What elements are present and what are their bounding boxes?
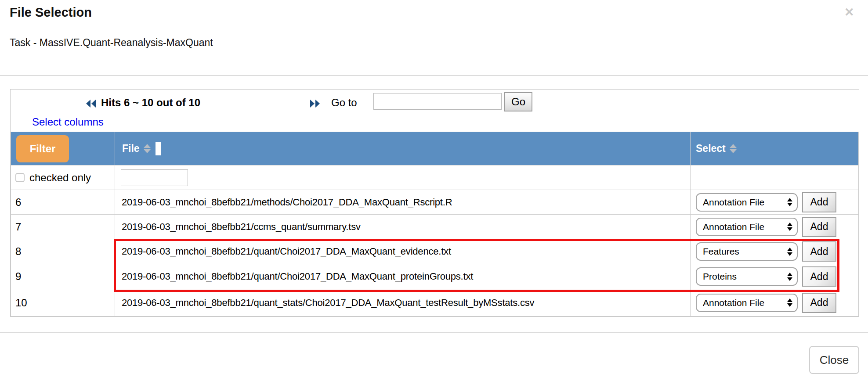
file-selection-dialog: File Selection ✕ Task - MassIVE.Quant-Re… [0, 0, 868, 381]
file-type-select[interactable]: Annotation File [696, 218, 798, 236]
row-index: 9 [11, 270, 21, 282]
file-table-panel: Hits 6 ~ 10 out of 10 Go to Go Select co… [10, 89, 859, 317]
hits-text: Hits 6 ~ 10 out of 10 [101, 97, 200, 109]
goto-label: Go to [331, 97, 357, 109]
checked-only-label: checked only [29, 172, 91, 184]
row-index: 8 [11, 245, 21, 257]
add-button[interactable]: Add [802, 266, 836, 287]
file-path: 2019-06-03_mnchoi_8befbb21/quant/Choi201… [115, 246, 451, 257]
page-title: File Selection [10, 5, 92, 20]
table-row-highlighted: 8 2019-06-03_mnchoi_8befbb21/quant/Choi2… [11, 239, 859, 264]
sort-file-icon[interactable] [144, 144, 151, 153]
filter-row: checked only [11, 165, 859, 190]
column-cursor-bar [156, 142, 161, 155]
file-type-select[interactable]: Annotation File [696, 193, 798, 212]
task-label: Task - MassIVE.Quant-Reanalysis-MaxQuant [10, 37, 213, 49]
add-button[interactable]: Add [802, 192, 836, 212]
file-path: 2019-06-03_mnchoi_8befbb21/methods/Choi2… [115, 197, 452, 208]
file-table: Filter File Select [11, 132, 859, 316]
go-button[interactable]: Go [504, 92, 532, 111]
sort-select-icon[interactable] [730, 144, 737, 153]
add-button[interactable]: Add [802, 293, 836, 313]
select-columns-link[interactable]: Select columns [32, 116, 104, 128]
table-row-highlighted: 9 2019-06-03_mnchoi_8befbb21/quant/Choi2… [11, 264, 859, 289]
close-button[interactable]: Close [809, 346, 859, 374]
bottom-divider [0, 332, 868, 333]
close-icon[interactable]: ✕ [844, 5, 854, 19]
select-updown-icon [787, 198, 792, 206]
row-index: 7 [11, 221, 21, 233]
select-column-header[interactable]: Select [696, 143, 726, 155]
table-row: 6 2019-06-03_mnchoi_8befbb21/methods/Cho… [11, 190, 859, 215]
next-page-icon[interactable] [309, 99, 321, 108]
previous-page-icon[interactable] [85, 99, 97, 108]
select-updown-icon [787, 248, 792, 256]
file-column-header[interactable]: File [122, 143, 140, 155]
table-row: 10 2019-06-03_mnchoi_8befbb21/quant_stat… [11, 289, 859, 316]
file-path: 2019-06-03_mnchoi_8befbb21/ccms_quant/su… [115, 221, 361, 232]
row-index: 10 [11, 297, 27, 309]
add-button[interactable]: Add [802, 241, 836, 262]
pagination-bar: Hits 6 ~ 10 out of 10 Go to Go [11, 90, 859, 116]
select-columns-row: Select columns [11, 116, 859, 132]
table-header-row: Filter File Select [11, 132, 859, 165]
select-updown-icon [787, 273, 792, 281]
checked-only-checkbox[interactable] [15, 173, 25, 182]
table-row: 7 2019-06-03_mnchoi_8befbb21/ccms_quant/… [11, 215, 859, 239]
file-type-select[interactable]: Proteins [696, 267, 798, 286]
top-divider [0, 75, 868, 76]
row-index: 6 [11, 196, 21, 208]
select-updown-icon [787, 298, 792, 307]
file-filter-input[interactable] [121, 169, 188, 186]
goto-input[interactable] [373, 93, 502, 110]
filter-button[interactable]: Filter [16, 135, 69, 162]
file-path: 2019-06-03_mnchoi_8befbb21/quant_stats/C… [115, 297, 534, 308]
select-updown-icon [787, 223, 792, 231]
file-type-select[interactable]: Annotation File [696, 294, 798, 312]
file-path: 2019-06-03_mnchoi_8befbb21/quant/Choi201… [115, 271, 473, 282]
file-type-select[interactable]: Features [696, 242, 798, 261]
add-button[interactable]: Add [802, 217, 836, 237]
